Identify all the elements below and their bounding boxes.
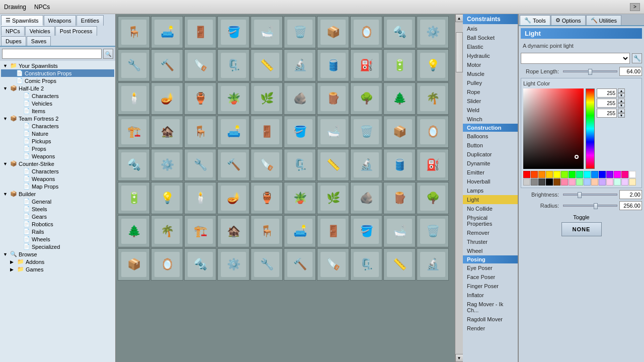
prop-item[interactable]: 🕯️ [184,182,216,214]
prop-item[interactable]: 🏚️ [151,116,183,148]
color-gradient[interactable] [523,88,584,169]
search-button[interactable]: 🔍 [103,49,113,59]
color-swatch-3[interactable] [546,171,553,178]
color-swatch-25[interactable] [599,178,606,186]
tab-dupes[interactable]: Dupes [1,36,26,46]
prop-item[interactable]: 📏 [317,149,349,181]
prop-item[interactable]: 📦 [118,248,150,281]
prop-item[interactable]: 🪚 [251,149,283,181]
color-swatch-0[interactable] [523,171,530,178]
tree-item-half-life-2[interactable]: ▼📦Half-Life 2 [1,84,114,92]
prop-item[interactable]: 🛋️ [217,116,250,148]
scrollbar-up[interactable]: ▲ [455,14,463,22]
tree-item-builder-wheels[interactable]: 📄Wheels [1,235,114,243]
tree-item-hl2-vehicles[interactable]: 📄Vehicles [1,100,114,107]
color-swatch-20[interactable] [561,178,568,186]
prop-item[interactable]: 🌲 [383,82,416,115]
color-swatch-11[interactable] [606,171,613,178]
constraint-item-finger-poser[interactable]: Finger Poser [463,282,518,291]
menu-npcs[interactable]: NPCs [34,4,50,11]
brightness-value[interactable] [619,190,642,199]
prop-item[interactable]: 🪞 [350,16,382,48]
color-swatch-14[interactable] [629,171,636,178]
prop-item[interactable]: 🪴 [284,182,316,214]
constraint-item-remover[interactable]: Remover [463,228,518,237]
color-swatch-17[interactable] [538,178,545,186]
prop-item[interactable]: 🗜️ [284,149,316,181]
tree-item-cs-characters[interactable]: 📄Characters [1,167,114,175]
color-swatch-29[interactable] [629,178,636,186]
constraint-item-physical-properties[interactable]: Physical Properties [463,213,518,228]
tree-item-your-spawnlists[interactable]: ▼📁Your Spawnlists [1,62,114,69]
tree-item-counter-strike[interactable]: ▼📦Counter-Strike [1,160,114,167]
tree-item-tf2-characters[interactable]: 📄Characters [1,122,114,130]
constraint-item-lamps[interactable]: Lamps [463,186,518,195]
light-wrench-button[interactable]: 🔧 [632,53,642,63]
prop-item[interactable]: 🪣 [217,16,250,48]
constraint-item-winch[interactable]: Winch [463,115,518,124]
rgb-r-input[interactable] [597,88,617,98]
color-swatch-22[interactable] [576,178,583,186]
tab-npcs[interactable]: NPCs [1,26,25,36]
constraint-item-weld[interactable]: Weld [463,106,518,115]
prop-item[interactable]: 🏺 [184,82,216,115]
rgb-g-down[interactable]: ▼ [618,103,625,108]
prop-item[interactable]: 🪚 [184,49,216,81]
tree-item-tf2-props[interactable]: 📄Props [1,145,114,152]
constraint-item-hydraulic[interactable]: Hydraulic [463,51,518,60]
color-swatch-12[interactable] [614,171,621,178]
expander[interactable]: ▶ [10,267,16,272]
prop-item[interactable]: 🗑️ [417,215,449,247]
prop-item[interactable]: 🔨 [151,49,183,81]
prop-item[interactable]: 🔬 [417,248,449,281]
prop-item[interactable]: 🔧 [118,49,150,81]
color-swatch-27[interactable] [614,178,621,186]
rgb-b-input[interactable] [597,109,617,118]
expander[interactable]: ▶ [10,259,16,264]
prop-item[interactable]: ⛽ [417,149,449,181]
color-swatch-16[interactable] [531,178,538,186]
tree-item-hl2-characters[interactable]: 📄Characters [1,92,114,100]
constraint-item-button[interactable]: Button [463,141,518,150]
prop-item[interactable]: 🪵 [317,82,349,115]
prop-item[interactable]: 🔩 [184,248,216,281]
prop-item[interactable]: 🛋️ [151,16,183,48]
prop-item[interactable]: 🛢️ [317,49,349,81]
color-swatch-18[interactable] [546,178,553,186]
expander[interactable]: ▼ [3,63,9,68]
prop-item[interactable]: 📏 [251,49,283,81]
prop-item[interactable]: 🌲 [118,215,150,247]
constraint-item-rag-mover---ik-ch...[interactable]: Rag Mover - Ik Ch... [463,300,518,315]
color-swatch-5[interactable] [561,171,568,178]
tab-post-process[interactable]: Post Process [55,26,97,36]
prop-item[interactable]: 🛋️ [284,215,316,247]
rgb-r-up[interactable]: ▲ [618,88,625,93]
color-swatch-26[interactable] [606,178,613,186]
tree-item-tf2-nature[interactable]: 📄Nature [1,130,114,137]
prop-item[interactable]: 📦 [383,116,416,148]
constraint-item-thruster[interactable]: Thruster [463,237,518,246]
rgb-r-down[interactable]: ▼ [618,93,625,98]
prop-item[interactable]: 🛢️ [383,149,416,181]
tab-tools[interactable]: 🔧 Tools [520,15,550,25]
color-swatch-19[interactable] [553,178,560,186]
prop-item[interactable]: 🔨 [284,248,316,281]
tree-item-team-fortress-2[interactable]: ▼📦Team Fortress 2 [1,115,114,122]
constraint-item-slider[interactable]: Slider [463,97,518,106]
radius-slider[interactable] [563,205,617,207]
constraint-item-dynamite[interactable]: Dynamite [463,159,518,168]
constraint-item-muscle[interactable]: Muscle [463,69,518,78]
constraint-item-wheel[interactable]: Wheel [463,246,518,255]
prop-item[interactable]: 🛁 [383,215,416,247]
prop-item[interactable]: 🌳 [417,182,449,214]
menu-drawing[interactable]: Drawing [4,4,26,11]
tab-spawnlists[interactable]: ☰ Spawnlists [1,15,43,26]
prop-item[interactable]: 🔩 [118,149,150,181]
tab-utilities[interactable]: 🔨 Utilities [586,15,621,25]
prop-item[interactable]: 🪣 [284,116,316,148]
prop-item[interactable]: 🏚️ [217,215,250,247]
toggle-button[interactable]: NONE [561,222,602,236]
prop-item[interactable]: 🔨 [217,149,250,181]
prop-item[interactable]: 🪣 [350,215,382,247]
tree-item-construction-props[interactable]: 📄Construction Props [1,69,114,77]
